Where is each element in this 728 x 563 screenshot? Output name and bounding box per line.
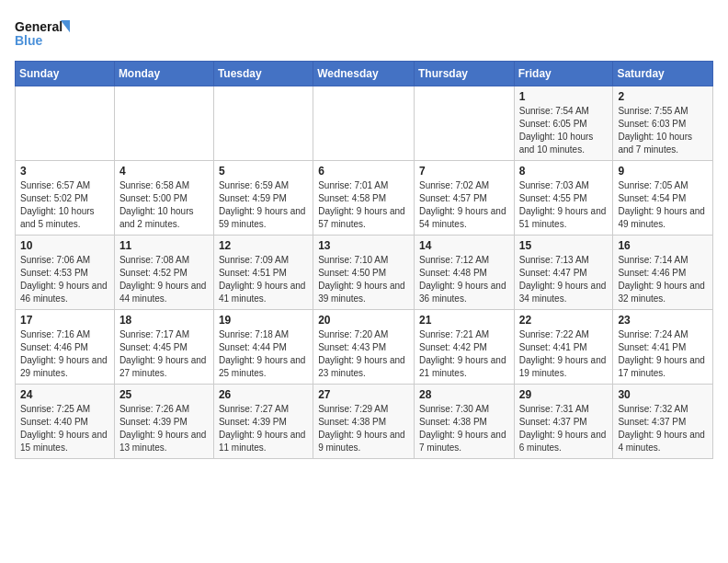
day-number: 29 [519,388,609,401]
logo: GeneralBlue [15,15,70,52]
calendar-day-cell: 15Sunrise: 7:13 AM Sunset: 4:47 PM Dayli… [514,236,613,310]
day-number: 12 [219,239,308,252]
day-info: Sunrise: 7:05 AM Sunset: 4:54 PM Dayligh… [618,179,708,231]
day-number: 6 [318,165,409,178]
day-info: Sunrise: 7:02 AM Sunset: 4:57 PM Dayligh… [419,179,509,231]
day-info: Sunrise: 7:10 AM Sunset: 4:50 PM Dayligh… [318,254,409,305]
day-number: 19 [219,314,308,327]
calendar-day-cell: 12Sunrise: 7:09 AM Sunset: 4:51 PM Dayli… [213,236,313,310]
day-info: Sunrise: 6:59 AM Sunset: 4:59 PM Dayligh… [219,179,308,231]
day-number: 9 [618,165,708,178]
day-info: Sunrise: 6:58 AM Sunset: 5:00 PM Dayligh… [119,179,209,231]
day-number: 25 [119,388,209,401]
day-info: Sunrise: 7:26 AM Sunset: 4:39 PM Dayligh… [119,403,209,454]
day-info: Sunrise: 7:17 AM Sunset: 4:45 PM Dayligh… [119,328,209,380]
day-number: 23 [618,314,708,327]
day-number: 2 [618,90,708,103]
day-number: 5 [219,165,308,178]
day-info: Sunrise: 7:54 AM Sunset: 6:05 PM Dayligh… [519,105,609,156]
day-number: 15 [519,239,609,252]
day-info: Sunrise: 7:09 AM Sunset: 4:51 PM Dayligh… [219,254,308,305]
calendar-day-cell: 18Sunrise: 7:17 AM Sunset: 4:45 PM Dayli… [114,310,213,385]
weekday-header-cell: Thursday [414,62,514,86]
day-number: 16 [618,239,708,252]
weekday-header-row: SundayMondayTuesdayWednesdayThursdayFrid… [16,62,713,86]
calendar-day-cell: 29Sunrise: 7:31 AM Sunset: 4:37 PM Dayli… [514,385,613,459]
day-number: 13 [318,239,409,252]
day-info: Sunrise: 7:16 AM Sunset: 4:46 PM Dayligh… [20,328,109,380]
day-info: Sunrise: 7:21 AM Sunset: 4:42 PM Dayligh… [419,328,509,380]
day-info: Sunrise: 7:14 AM Sunset: 4:46 PM Dayligh… [618,254,708,305]
weekday-header-cell: Saturday [613,62,713,86]
calendar-day-cell [16,86,115,161]
calendar-week-row: 17Sunrise: 7:16 AM Sunset: 4:46 PM Dayli… [16,310,713,385]
calendar-day-cell: 8Sunrise: 7:03 AM Sunset: 4:55 PM Daylig… [514,161,613,236]
day-info: Sunrise: 7:25 AM Sunset: 4:40 PM Dayligh… [20,403,109,454]
day-number: 30 [618,388,708,401]
calendar-day-cell [213,86,313,161]
day-number: 26 [219,388,308,401]
day-info: Sunrise: 7:20 AM Sunset: 4:43 PM Dayligh… [318,328,409,380]
day-info: Sunrise: 7:24 AM Sunset: 4:41 PM Dayligh… [618,328,708,380]
calendar-body: 1Sunrise: 7:54 AM Sunset: 6:05 PM Daylig… [16,86,713,459]
calendar-day-cell: 26Sunrise: 7:27 AM Sunset: 4:39 PM Dayli… [213,385,313,459]
calendar-day-cell: 10Sunrise: 7:06 AM Sunset: 4:53 PM Dayli… [16,236,115,310]
weekday-header-cell: Wednesday [313,62,415,86]
day-info: Sunrise: 6:57 AM Sunset: 5:02 PM Dayligh… [20,179,109,231]
day-info: Sunrise: 7:18 AM Sunset: 4:44 PM Dayligh… [219,328,308,380]
day-info: Sunrise: 7:22 AM Sunset: 4:41 PM Dayligh… [519,328,609,380]
weekday-header-cell: Sunday [16,62,115,86]
calendar-day-cell: 6Sunrise: 7:01 AM Sunset: 4:58 PM Daylig… [313,161,415,236]
calendar-day-cell: 30Sunrise: 7:32 AM Sunset: 4:37 PM Dayli… [613,385,713,459]
calendar-day-cell: 24Sunrise: 7:25 AM Sunset: 4:40 PM Dayli… [16,385,115,459]
calendar-day-cell: 19Sunrise: 7:18 AM Sunset: 4:44 PM Dayli… [213,310,313,385]
calendar-day-cell: 27Sunrise: 7:29 AM Sunset: 4:38 PM Dayli… [313,385,415,459]
day-info: Sunrise: 7:01 AM Sunset: 4:58 PM Dayligh… [318,179,409,231]
day-number: 7 [419,165,509,178]
calendar-day-cell: 25Sunrise: 7:26 AM Sunset: 4:39 PM Dayli… [114,385,213,459]
day-info: Sunrise: 7:30 AM Sunset: 4:38 PM Dayligh… [419,403,509,454]
day-info: Sunrise: 7:55 AM Sunset: 6:03 PM Dayligh… [618,105,708,156]
day-number: 1 [519,90,609,103]
day-info: Sunrise: 7:32 AM Sunset: 4:37 PM Dayligh… [618,403,708,454]
calendar-day-cell [114,86,213,161]
calendar-week-row: 24Sunrise: 7:25 AM Sunset: 4:40 PM Dayli… [16,385,713,459]
logo-svg: GeneralBlue [15,15,70,52]
day-number: 21 [419,314,509,327]
weekday-header-cell: Tuesday [213,62,313,86]
calendar-day-cell: 22Sunrise: 7:22 AM Sunset: 4:41 PM Dayli… [514,310,613,385]
calendar-week-row: 1Sunrise: 7:54 AM Sunset: 6:05 PM Daylig… [16,86,713,161]
calendar-day-cell: 23Sunrise: 7:24 AM Sunset: 4:41 PM Dayli… [613,310,713,385]
svg-text:Blue: Blue [15,33,43,48]
calendar-day-cell: 5Sunrise: 6:59 AM Sunset: 4:59 PM Daylig… [213,161,313,236]
calendar-day-cell: 11Sunrise: 7:08 AM Sunset: 4:52 PM Dayli… [114,236,213,310]
day-info: Sunrise: 7:27 AM Sunset: 4:39 PM Dayligh… [219,403,308,454]
day-number: 18 [119,314,209,327]
calendar-table: SundayMondayTuesdayWednesdayThursdayFrid… [15,61,713,459]
calendar-day-cell: 7Sunrise: 7:02 AM Sunset: 4:57 PM Daylig… [414,161,514,236]
calendar-day-cell: 17Sunrise: 7:16 AM Sunset: 4:46 PM Dayli… [16,310,115,385]
day-info: Sunrise: 7:13 AM Sunset: 4:47 PM Dayligh… [519,254,609,305]
svg-text:General: General [15,19,63,34]
calendar-day-cell: 1Sunrise: 7:54 AM Sunset: 6:05 PM Daylig… [514,86,613,161]
day-info: Sunrise: 7:03 AM Sunset: 4:55 PM Dayligh… [519,179,609,231]
weekday-header-cell: Friday [514,62,613,86]
weekday-header-cell: Monday [114,62,213,86]
calendar-day-cell: 21Sunrise: 7:21 AM Sunset: 4:42 PM Dayli… [414,310,514,385]
calendar-day-cell [414,86,514,161]
day-info: Sunrise: 7:12 AM Sunset: 4:48 PM Dayligh… [419,254,509,305]
day-number: 22 [519,314,609,327]
page-header: GeneralBlue [15,15,713,52]
calendar-day-cell: 3Sunrise: 6:57 AM Sunset: 5:02 PM Daylig… [16,161,115,236]
calendar-day-cell: 14Sunrise: 7:12 AM Sunset: 4:48 PM Dayli… [414,236,514,310]
calendar-day-cell [313,86,415,161]
day-number: 4 [119,165,209,178]
day-number: 10 [20,239,109,252]
calendar-day-cell: 2Sunrise: 7:55 AM Sunset: 6:03 PM Daylig… [613,86,713,161]
calendar-week-row: 3Sunrise: 6:57 AM Sunset: 5:02 PM Daylig… [16,161,713,236]
day-number: 8 [519,165,609,178]
day-number: 17 [20,314,109,327]
day-number: 3 [20,165,109,178]
day-number: 14 [419,239,509,252]
day-number: 20 [318,314,409,327]
